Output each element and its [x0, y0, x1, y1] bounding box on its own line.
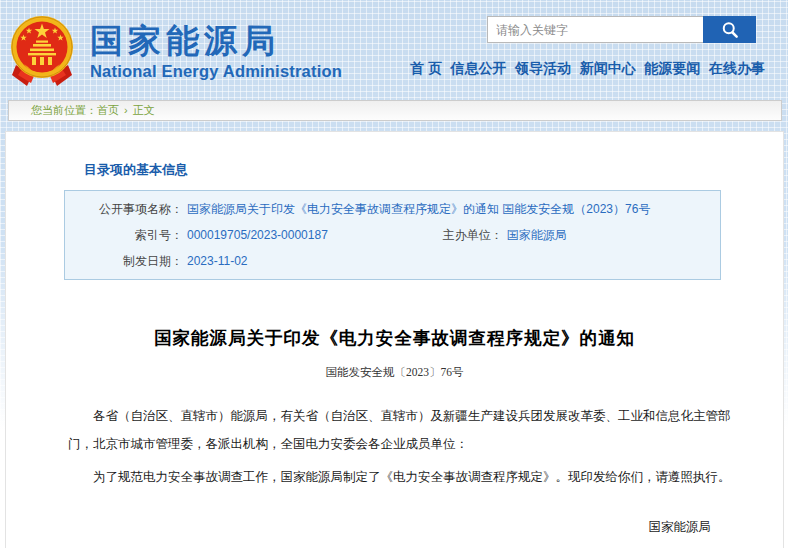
- content-panel: 目录项的基本信息 公开事项名称： 国家能源局关于印发《电力安全事故调查程序规定》…: [5, 131, 784, 548]
- site-title-cn: 国家能源局: [90, 23, 342, 59]
- national-emblem-icon: [10, 15, 74, 88]
- table-row-index-unit: 索引号： 000019705/2023-0000187 主办单位： 国家能源局: [65, 222, 720, 248]
- document-title: 国家能源局关于印发《电力安全事故调查程序规定》的通知: [6, 326, 783, 350]
- breadcrumb-prefix: 您当前位置：: [31, 104, 97, 116]
- field-label-name: 公开事项名称：: [65, 196, 183, 222]
- nav-item-energy-highlights[interactable]: 能源要闻: [644, 60, 700, 78]
- site-header: 国家能源局 National Energy Administration 首 页…: [0, 0, 788, 100]
- search-button[interactable]: [703, 16, 756, 43]
- document-paragraph-main: 为了规范电力安全事故调查工作，国家能源局制定了《电力安全事故调查程序规定》。现印…: [68, 463, 738, 491]
- main-nav: 首 页 信息公开 领导活动 新闻中心 能源要闻 在线办事: [410, 60, 765, 78]
- nav-item-leader-activities[interactable]: 领导活动: [515, 60, 571, 78]
- site-title-en: National Energy Administration: [90, 62, 342, 81]
- field-label-index: 索引号：: [65, 222, 183, 248]
- nav-item-home[interactable]: 首 页: [410, 60, 442, 78]
- document-paragraph-recipients: 各省（自治区、直辖市）能源局，有关省（自治区、直辖市）及新疆生产建设兵团发展改革…: [68, 402, 738, 458]
- breadcrumb-home-link[interactable]: 首页: [97, 104, 119, 116]
- table-row-date: 制发日期： 2023-11-02: [65, 248, 720, 274]
- breadcrumb: 您当前位置：首页›正文: [8, 100, 782, 121]
- site-logo[interactable]: 国家能源局 National Energy Administration: [10, 15, 342, 88]
- catalog-info-heading: 目录项的基本信息: [84, 161, 783, 179]
- field-value-date: 2023-11-02: [183, 248, 248, 274]
- document-number: 国能发安全规〔2023〕76号: [6, 365, 783, 380]
- document-body: 各省（自治区、直辖市）能源局，有关省（自治区、直辖市）及新疆生产建设兵团发展改革…: [68, 402, 738, 491]
- field-value-index: 000019705/2023-0000187: [183, 222, 328, 248]
- nav-item-online-services[interactable]: 在线办事: [709, 60, 765, 78]
- site-titles: 国家能源局 National Energy Administration: [90, 23, 342, 81]
- nav-item-news-center[interactable]: 新闻中心: [580, 60, 636, 78]
- signature-org: 国家能源局: [6, 513, 711, 541]
- field-value-unit: 国家能源局: [503, 222, 567, 248]
- field-label-unit: 主办单位：: [423, 222, 503, 248]
- search-bar: [487, 16, 756, 43]
- search-input[interactable]: [487, 16, 703, 43]
- breadcrumb-current: 正文: [133, 104, 155, 116]
- table-row-name: 公开事项名称： 国家能源局关于印发《电力安全事故调查程序规定》的通知 国能发安全…: [65, 196, 720, 222]
- catalog-info-table: 公开事项名称： 国家能源局关于印发《电力安全事故调查程序规定》的通知 国能发安全…: [64, 190, 721, 280]
- field-label-date: 制发日期：: [65, 248, 183, 274]
- signature-block: 国家能源局 2023年11月2日: [6, 513, 711, 548]
- field-value-name[interactable]: 国家能源局关于印发《电力安全事故调查程序规定》的通知 国能发安全规（2023）7…: [183, 196, 650, 222]
- breadcrumb-separator: ›: [124, 104, 128, 116]
- search-icon: [720, 20, 740, 40]
- nav-item-info-disclosure[interactable]: 信息公开: [451, 60, 507, 78]
